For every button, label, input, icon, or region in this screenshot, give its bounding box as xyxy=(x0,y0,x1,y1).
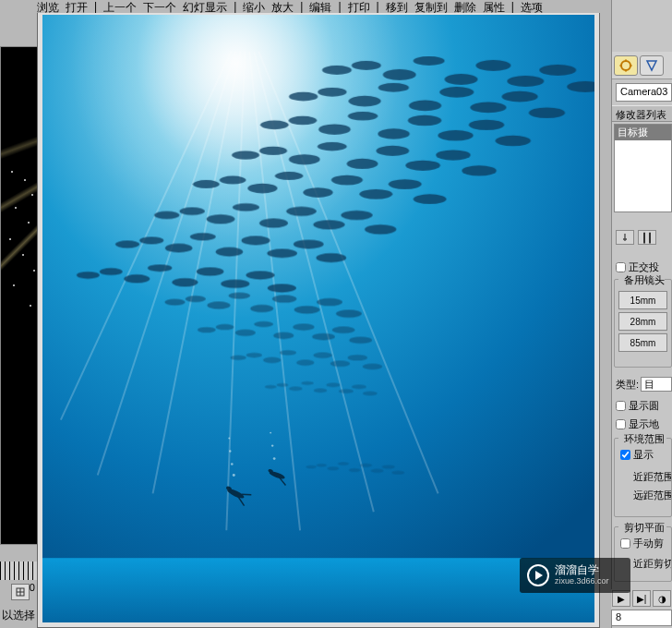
next-frame-button[interactable]: ▶| xyxy=(632,590,651,607)
clip-plane-group-label: 剪切平面 xyxy=(618,521,666,535)
image-viewer-window xyxy=(37,13,600,628)
pin-stack-icon[interactable] xyxy=(616,230,634,245)
command-panel: Camera03 修改器列表 目标摄 ┃┃ 正交投 备用镜头 15mm 28mm… xyxy=(611,0,672,628)
menu-properties[interactable]: 属性 xyxy=(483,0,505,11)
show-cone-label: 显示圆 xyxy=(629,399,659,413)
menu-next[interactable]: 下一个 xyxy=(143,0,176,11)
menu-sep: | xyxy=(234,0,236,11)
menu-sep: | xyxy=(338,0,341,11)
lens-15mm-button[interactable]: 15mm xyxy=(618,291,667,309)
timeline-ruler[interactable]: 20 xyxy=(0,562,37,580)
wireframe-dots xyxy=(5,167,38,352)
menu-zoom-in[interactable]: 放大 xyxy=(271,0,294,11)
panel-tabs xyxy=(612,52,672,79)
tab-create-icon[interactable] xyxy=(614,55,638,76)
svg-point-26 xyxy=(233,474,235,477)
menu-slideshow[interactable]: 幻灯显示 xyxy=(183,0,227,11)
watermark-main: 溜溜自学 xyxy=(555,564,609,576)
svg-point-32 xyxy=(270,432,271,434)
menu-edit[interactable]: 编辑 xyxy=(309,0,331,11)
menu-prev[interactable]: 上一个 xyxy=(103,0,137,11)
show-cone-checkbox[interactable] xyxy=(616,401,626,411)
svg-point-31 xyxy=(271,444,273,446)
key-mode-icon[interactable]: ◑ xyxy=(653,590,671,607)
orthographic-label: 正交投 xyxy=(629,260,659,274)
modifier-stack[interactable]: 目标摄 xyxy=(614,124,672,212)
svg-point-11 xyxy=(352,61,381,70)
camera-type-select[interactable]: 目 xyxy=(641,377,672,392)
clip-manual-label: 手动剪 xyxy=(633,537,664,550)
svg-point-33 xyxy=(621,61,630,70)
lens-28mm-button[interactable]: 28mm xyxy=(618,312,667,331)
camera-type-row: 类型: 目 xyxy=(616,377,672,392)
ocean-image xyxy=(42,15,594,622)
menu-options[interactable]: 选项 xyxy=(521,0,543,11)
play-icon xyxy=(527,564,549,586)
env-range-group-label: 环境范围 xyxy=(618,432,666,446)
lens-presets-group-label: 备用镜头 xyxy=(618,273,665,287)
svg-point-13 xyxy=(414,56,445,66)
watermark: 溜溜自学 zixue.3d66.cor xyxy=(520,558,630,593)
menu-sep: | xyxy=(511,0,514,11)
svg-point-27 xyxy=(231,463,234,465)
svg-point-16 xyxy=(507,76,544,87)
menu-zoom-out[interactable]: 缩小 xyxy=(243,0,265,11)
modifier-list-header[interactable]: 修改器列表 xyxy=(612,105,672,122)
object-name-field[interactable]: Camera03 xyxy=(616,83,672,102)
image-viewer-menubar: 浏览 打开 | 上一个 下一个 幻灯显示 | 缩小 放大 | 编辑 | 打印 |… xyxy=(37,0,543,11)
orthographic-checkbox[interactable] xyxy=(616,262,626,272)
svg-point-14 xyxy=(445,74,478,85)
menu-open[interactable]: 打开 xyxy=(66,0,88,11)
stack-config-icon[interactable]: ┃┃ xyxy=(638,230,656,245)
menu-browse[interactable]: 浏览 xyxy=(37,0,59,11)
env-near-label: 近距范围 xyxy=(633,470,671,484)
tab-modify-icon[interactable] xyxy=(640,55,664,76)
svg-point-28 xyxy=(229,450,231,452)
svg-point-10 xyxy=(322,66,352,75)
lens-85mm-button[interactable]: 85mm xyxy=(618,333,667,352)
stack-toolbar: ┃┃ xyxy=(614,229,672,246)
selection-lock-icon[interactable] xyxy=(11,584,30,600)
show-horizon-label: 显示地 xyxy=(629,417,659,431)
status-text: 以选择 xyxy=(2,608,35,623)
svg-point-29 xyxy=(228,438,230,440)
menu-sep: | xyxy=(94,0,97,11)
svg-rect-2 xyxy=(42,15,594,622)
env-show-label: 显示 xyxy=(633,448,654,462)
menu-sep: | xyxy=(300,0,303,11)
menu-copy-to[interactable]: 复制到 xyxy=(414,0,448,11)
menu-sep: | xyxy=(377,0,379,11)
menu-delete[interactable]: 删除 xyxy=(454,0,476,11)
menu-move-to[interactable]: 移到 xyxy=(386,0,408,11)
viewport-left[interactable] xyxy=(0,46,39,545)
clip-near-label: 近距剪切 xyxy=(633,557,671,571)
svg-point-12 xyxy=(383,69,416,80)
show-horizon-checkbox[interactable] xyxy=(616,419,626,429)
svg-point-15 xyxy=(475,60,510,71)
menu-print[interactable]: 打印 xyxy=(348,0,370,11)
svg-point-17 xyxy=(539,65,576,76)
env-far-label: 远距范围 xyxy=(633,489,671,502)
viewer-canvas[interactable] xyxy=(42,15,594,622)
svg-point-30 xyxy=(273,457,276,460)
stack-item-target-camera[interactable]: 目标摄 xyxy=(615,125,671,140)
current-frame-field[interactable]: 8 xyxy=(611,610,672,626)
camera-type-label: 类型: xyxy=(616,378,639,392)
watermark-sub: zixue.3d66.cor xyxy=(555,577,609,586)
env-show-checkbox[interactable] xyxy=(620,450,630,460)
clip-manual-checkbox[interactable] xyxy=(620,538,630,549)
